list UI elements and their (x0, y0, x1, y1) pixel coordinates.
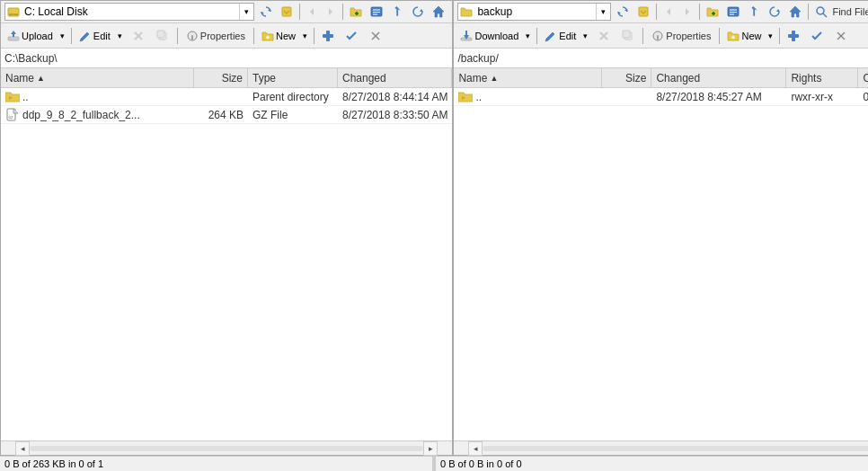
right-download-arrow[interactable]: ▾ (523, 29, 534, 43)
right-new-dropdown[interactable]: New ▾ (722, 27, 776, 45)
left-sync-btn[interactable] (256, 3, 276, 21)
left-new-btn[interactable]: New (257, 27, 300, 45)
right-scroll-left[interactable]: ◂ (468, 441, 483, 456)
left-copy-btn[interactable] (151, 27, 174, 45)
right-copy-btn[interactable] (616, 27, 640, 45)
left-edit-dropdown[interactable]: Edit ▾ (75, 27, 126, 45)
right-new-arrow[interactable]: ▾ (766, 29, 776, 43)
right-file-header: Name ▲ Size Changed Rights Own... (454, 68, 868, 88)
right-download-dropdown[interactable]: Download ▾ (456, 27, 534, 45)
right-up-btn[interactable] (744, 3, 764, 21)
left-gz-name: ddp_9_8_2_fullback_2... (22, 109, 140, 121)
right-bookmark-mgr-btn[interactable] (723, 3, 743, 21)
svg-line-48 (823, 13, 827, 17)
right-find-btn[interactable] (811, 3, 831, 21)
right-edit-label: Edit (559, 31, 576, 41)
svg-rect-28 (326, 31, 330, 41)
left-forward-btn[interactable] (322, 4, 340, 20)
right-address-dropdown-arrow[interactable]: ▾ (596, 4, 610, 20)
svg-rect-22 (157, 31, 164, 38)
right-col-changed[interactable]: Changed (651, 68, 786, 87)
left-scroll-left[interactable]: ◂ (15, 441, 30, 456)
left-address-text: C: Local Disk (22, 5, 239, 18)
right-new-folder-btn[interactable] (703, 3, 722, 21)
svg-rect-63 (792, 31, 795, 41)
right-new-btn[interactable]: New (722, 27, 766, 45)
left-properties-btn[interactable]: i Properties (181, 27, 251, 45)
right-back-btn[interactable] (660, 4, 678, 20)
right-checkmark-btn[interactable] (805, 27, 828, 45)
left-home-btn[interactable] (429, 3, 448, 21)
right-forward-btn[interactable] (678, 4, 696, 20)
right-file-row-parent[interactable]: .. 8/27/2018 8:45:27 AM rwxr-xr-x 0 (454, 88, 868, 106)
right-edit-arrow[interactable]: ▾ (580, 29, 591, 43)
right-address-combo[interactable]: backup ▾ (457, 3, 611, 21)
left-scrollbar[interactable]: ◂ ▸ (1, 440, 452, 455)
right-scroll-track[interactable] (483, 446, 868, 451)
left-upload-label: Upload (22, 31, 53, 41)
left-col-name[interactable]: Name ▲ (1, 68, 194, 87)
left-x-btn[interactable] (364, 27, 387, 45)
left-file-row-parent[interactable]: .. Parent directory 8/27/2018 8:44:14 AM (1, 88, 452, 106)
right-properties-btn[interactable]: i Properties (646, 27, 716, 45)
left-edit-btn[interactable]: Edit (75, 27, 115, 45)
left-status: 0 B of 263 KB in 0 of 1 (0, 456, 432, 471)
left-drive-icon (5, 4, 22, 20)
right-sort-arrow: ▲ (490, 74, 498, 83)
left-add-btn[interactable] (317, 27, 339, 45)
left-bookmark-mgr-btn[interactable] (367, 3, 386, 21)
right-bookmark-btn[interactable] (633, 3, 653, 21)
left-up-btn[interactable] (387, 3, 407, 21)
left-upload-btn[interactable]: Upload (3, 27, 58, 45)
svg-marker-16 (433, 6, 444, 17)
right-delete-btn[interactable] (592, 27, 616, 45)
left-file-row-gz[interactable]: GZ ddp_9_8_2_fullback_2... 264 KB GZ Fil… (1, 106, 452, 124)
right-scrollbar[interactable]: ◂ ▸ (454, 440, 868, 455)
left-col-size[interactable]: Size (194, 68, 248, 87)
svg-text:GZ: GZ (9, 115, 13, 120)
left-back-btn[interactable] (303, 4, 321, 20)
right-sync-btn[interactable] (613, 3, 633, 21)
left-refresh-btn[interactable] (408, 3, 428, 21)
right-edit-dropdown[interactable]: Edit ▾ (540, 27, 591, 45)
left-scroll-track[interactable] (30, 446, 423, 451)
right-add-btn[interactable] (783, 27, 804, 45)
left-upload-dropdown[interactable]: Upload ▾ (3, 27, 68, 45)
right-download-btn[interactable]: Download (456, 27, 523, 45)
left-file-list: .. Parent directory 8/27/2018 8:44:14 AM (1, 88, 452, 440)
left-new-dropdown[interactable]: New ▾ (257, 27, 311, 45)
left-delete-btn[interactable] (127, 27, 150, 45)
right-drive-icon (458, 4, 474, 20)
svg-marker-46 (790, 6, 801, 17)
svg-rect-6 (282, 7, 291, 16)
svg-marker-8 (329, 8, 332, 15)
right-home-btn[interactable] (785, 3, 805, 21)
left-col-type[interactable]: Type (248, 68, 338, 87)
left-parent-type: Parent directory (248, 90, 338, 104)
left-checkmark-btn[interactable] (340, 27, 363, 45)
right-status: 0 B of 0 B in 0 of 0 (436, 456, 868, 471)
left-col-changed[interactable]: Changed (338, 68, 452, 87)
svg-point-47 (817, 7, 824, 14)
left-address-combo[interactable]: C: Local Disk ▾ (4, 3, 254, 21)
right-col-name[interactable]: Name ▲ (454, 68, 602, 87)
right-location-bar: /backup/ (454, 49, 868, 68)
left-edit-arrow[interactable]: ▾ (115, 29, 126, 43)
left-upload-arrow[interactable]: ▾ (58, 29, 68, 43)
right-col-size[interactable]: Size (602, 68, 651, 87)
right-refresh-btn[interactable] (765, 3, 784, 21)
svg-marker-37 (667, 8, 670, 15)
right-col-owner[interactable]: Own... (858, 68, 868, 87)
left-scroll-right[interactable]: ▸ (423, 441, 438, 456)
right-edit-btn[interactable]: Edit (540, 27, 580, 45)
left-address-dropdown-arrow[interactable]: ▾ (239, 4, 253, 20)
right-col-rights[interactable]: Rights (786, 68, 858, 87)
left-gz-size: 264 KB (194, 108, 248, 122)
right-address-text: backup (474, 5, 596, 18)
left-new-folder-btn[interactable] (346, 3, 366, 21)
left-location-text: C:\Backup\ (4, 52, 58, 65)
left-new-arrow[interactable]: ▾ (300, 29, 311, 43)
left-bookmark-btn[interactable] (277, 3, 297, 21)
right-x-btn[interactable] (829, 27, 853, 45)
left-edit-label: Edit (93, 31, 111, 41)
